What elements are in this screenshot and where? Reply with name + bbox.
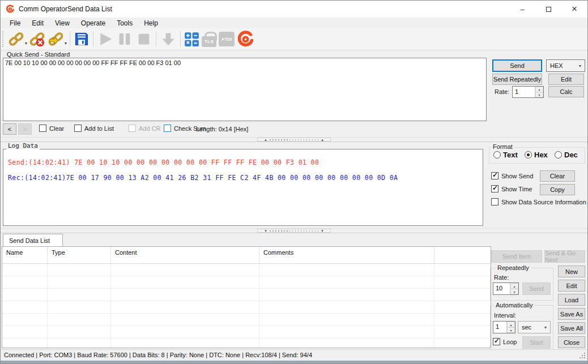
edit-button[interactable]: Edit	[548, 74, 584, 85]
stepper-down-icon[interactable]: ▾	[507, 327, 515, 333]
splitter-horizontal-top[interactable]: ▲ ▲	[1, 137, 587, 142]
send-and-go-next-button: Send & Go Next	[544, 250, 585, 263]
add-to-list-checkbox[interactable]: Add to List	[74, 125, 114, 132]
log-data-group-label: Log Data	[6, 142, 40, 149]
save-as-button[interactable]: Save As	[558, 308, 585, 320]
interval-unit-combobox[interactable]: sec ▾	[518, 321, 551, 333]
splitter-collapse-handle[interactable]: ▼ ▼	[257, 229, 331, 233]
close-button[interactable]	[561, 1, 587, 18]
stepper-up-icon[interactable]: ▴	[510, 283, 518, 289]
stop-icon	[134, 29, 154, 49]
start-button: Start	[522, 336, 551, 349]
check-sum-checkbox-box[interactable]	[164, 125, 171, 132]
send-data-list-table[interactable]: Name Type Content Comments	[2, 246, 491, 348]
window-controls	[509, 1, 587, 18]
new-button[interactable]: New	[558, 265, 585, 277]
reconnect-chain-icon[interactable]	[46, 29, 65, 49]
log-data-view[interactable]: Send:(14:02:41) 7E 00 10 10 00 00 00 00 …	[3, 149, 483, 226]
next-data-button[interactable]: >	[18, 123, 32, 135]
stepper-down-icon[interactable]: ▾	[535, 92, 543, 98]
title-bar: Comm Operator Send Data List	[1, 1, 587, 18]
clear-checkbox-box[interactable]	[39, 125, 46, 132]
tab-send-data-list[interactable]: Send Data List	[3, 234, 63, 246]
table-row[interactable]	[2, 264, 491, 276]
add-to-list-checkbox-box[interactable]	[74, 125, 82, 132]
show-send-checkbox[interactable]: Show Send	[491, 172, 533, 179]
menu-edit[interactable]: Edit	[26, 18, 49, 28]
play-icon	[96, 29, 115, 49]
format-combobox[interactable]: HEX ▾	[546, 59, 585, 72]
resize-grip[interactable]	[580, 357, 581, 358]
menu-tools[interactable]: Tools	[111, 18, 138, 28]
calculator-icon[interactable]	[183, 29, 201, 49]
table-row[interactable]	[2, 301, 491, 314]
close-list-button[interactable]: Close	[558, 336, 585, 348]
table-row[interactable]	[2, 339, 491, 348]
ftdi-icon: FTDI	[218, 29, 236, 49]
menu-bar: File Edit View Operate Tools Help	[1, 18, 587, 28]
menu-view[interactable]: View	[49, 18, 75, 28]
table-row[interactable]	[2, 314, 491, 326]
stepper-down-icon[interactable]: ▾	[510, 289, 518, 294]
rate-stepper[interactable]: 1 ▴▾	[512, 86, 544, 98]
menu-operate[interactable]: Operate	[75, 18, 111, 28]
toolbar: ▾ ▾	[1, 28, 587, 50]
chevron-down-icon: ▾	[576, 63, 585, 68]
calc-button[interactable]: Calc	[548, 86, 584, 97]
interval-label: Interval:	[494, 312, 516, 319]
disconnect-chain-icon[interactable]	[28, 29, 46, 49]
table-row[interactable]	[2, 326, 491, 339]
repeat-rate-stepper[interactable]: 10 ▴▾	[493, 282, 519, 295]
menu-help[interactable]: Help	[138, 18, 164, 28]
format-radio-hex[interactable]: Hex	[525, 151, 548, 159]
log-line-send: Send:(14:02:41) 7E 00 10 10 00 00 00 00 …	[8, 155, 478, 170]
connect-dropdown-icon[interactable]: ▾	[25, 41, 27, 46]
rate-label: Rate:	[495, 88, 509, 95]
connect-chain-icon[interactable]	[7, 29, 25, 49]
show-time-checkbox[interactable]: Show Time	[491, 185, 532, 192]
format-radio-dec[interactable]: Dec	[555, 151, 578, 159]
prev-data-button[interactable]: <	[3, 123, 16, 135]
add-cr-checkbox-box	[129, 125, 136, 132]
toolbar-separator	[93, 31, 93, 47]
send-repeatedly-button[interactable]: Send Repeatedly	[492, 74, 542, 85]
quick-send-data-input[interactable]: 7E 00 10 10 00 00 00 00 00 00 00 FF FF F…	[3, 58, 487, 121]
send-button[interactable]: Send	[492, 59, 542, 72]
stepper-up-icon[interactable]: ▴	[507, 322, 515, 327]
format-radio-text[interactable]: Text	[493, 151, 518, 159]
repeat-rate-label: Rate:	[494, 274, 509, 281]
column-header-type[interactable]: Type	[48, 247, 111, 263]
window-title: Comm Operator	[19, 5, 67, 13]
stepper-up-icon[interactable]: ▴	[535, 87, 543, 92]
log-clear-button[interactable]: Clear	[540, 170, 575, 182]
toolbar-grip[interactable]	[2, 31, 5, 47]
show-data-source-checkbox[interactable]: Show Data Source Information	[491, 198, 586, 205]
menu-file[interactable]: File	[4, 18, 26, 28]
splitter-collapse-handle[interactable]: ▲ ▲	[257, 138, 331, 142]
column-header-comments[interactable]: Comments	[259, 247, 434, 263]
log-copy-button[interactable]: Copy	[540, 184, 575, 195]
loop-checkbox[interactable]: Loop	[493, 338, 517, 345]
app-logo-icon	[6, 5, 15, 14]
column-header-name[interactable]: Name	[2, 247, 48, 263]
maximize-button[interactable]	[535, 1, 561, 18]
reconnect-dropdown-icon[interactable]: ▾	[65, 41, 67, 46]
splitter-horizontal-bottom[interactable]: ▼ ▼	[1, 228, 587, 233]
minimize-button[interactable]	[509, 1, 535, 18]
repeatedly-group-label: Repeatedly	[496, 264, 531, 271]
clear-checkbox[interactable]: Clear	[39, 125, 64, 132]
interval-stepper[interactable]: 1 ▴▾	[493, 321, 515, 333]
edit-list-button[interactable]: Edit	[558, 280, 585, 292]
table-row[interactable]	[2, 276, 491, 289]
column-header-content[interactable]: Content	[111, 247, 259, 263]
window-subtitle: Send Data List	[67, 5, 112, 13]
table-row[interactable]	[2, 289, 491, 301]
app-window: Comm Operator Send Data List File Edit V…	[0, 0, 588, 364]
toolbar-separator	[156, 31, 156, 47]
save-icon[interactable]	[73, 29, 91, 49]
send-item-button: Send Item	[491, 250, 542, 263]
save-all-button[interactable]: Save All	[558, 322, 585, 334]
pause-icon	[115, 29, 134, 49]
load-button[interactable]: Load	[558, 294, 585, 306]
add-cr-checkbox: Add CR	[129, 125, 161, 132]
